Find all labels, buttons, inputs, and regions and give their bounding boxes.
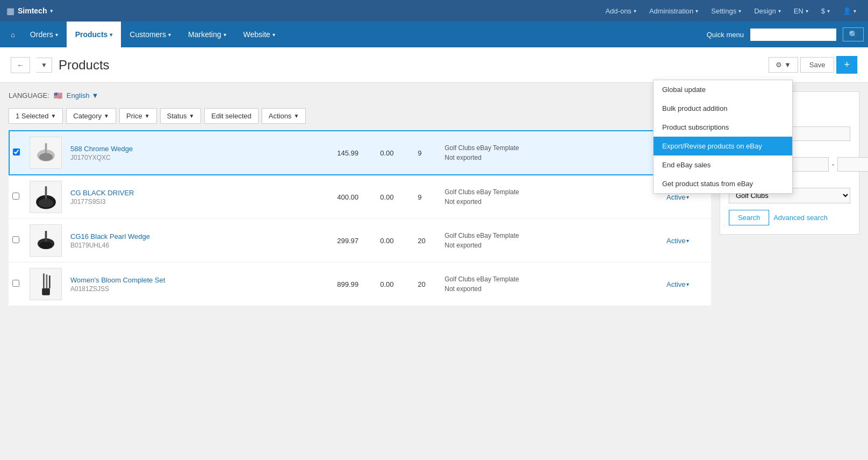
design-menu[interactable]: Design ▾	[749, 0, 786, 22]
gear-caret: ▼	[784, 61, 791, 69]
page-title: Products	[59, 58, 762, 73]
product-status[interactable]: Active ▾	[666, 237, 706, 245]
svg-rect-10	[43, 273, 45, 288]
sec-nav: ⌂ Orders ▾ Products ▾ Customers ▾ Market…	[0, 22, 868, 47]
search-buttons: Search Advanced search	[729, 210, 850, 225]
brand-caret[interactable]: ▾	[50, 8, 53, 15]
row-checkbox[interactable]	[12, 193, 19, 200]
website-nav[interactable]: Website ▾	[235, 22, 284, 47]
advanced-search-button[interactable]: Advanced search	[773, 210, 827, 225]
product-name-link[interactable]: CG BLACK DRIVER	[70, 189, 328, 197]
user-icon: 👤	[843, 7, 851, 15]
product-name-link[interactable]: Women's Bloom Complete Set	[70, 276, 328, 284]
quick-search-input[interactable]	[750, 29, 836, 41]
status-caret: ▼	[189, 113, 194, 119]
table-row: 588 Chrome Wedge J0170YXQXC 145.99 0.00 …	[9, 131, 711, 175]
price-max-input[interactable]	[837, 157, 868, 172]
product-code: J0177S9SI3	[70, 198, 328, 206]
product-image	[30, 224, 62, 257]
selected-caret: ▼	[51, 113, 56, 119]
home-icon: ⌂	[11, 31, 15, 39]
actions-caret: ▼	[293, 113, 299, 119]
history-dropdown-button[interactable]: ▼	[37, 58, 52, 73]
products-table: 588 Chrome Wedge J0170YXQXC 145.99 0.00 …	[9, 130, 711, 306]
customers-nav[interactable]: Customers ▾	[121, 22, 180, 47]
grid-icon: ▦	[6, 6, 15, 16]
product-price: 299.97	[337, 237, 358, 245]
products-nav[interactable]: Products ▾	[67, 22, 121, 47]
language-label: LANGUAGE:	[9, 91, 49, 100]
status-dropdown[interactable]: Status ▼	[160, 108, 202, 124]
product-status[interactable]: Active ▾	[666, 280, 706, 288]
product-qty: 9	[418, 193, 421, 201]
edit-selected-button[interactable]: Edit selected	[204, 108, 258, 124]
gear-button[interactable]: ⚙ ▼	[769, 57, 798, 73]
gear-menu-end-ebay[interactable]: End eBay sales	[654, 155, 792, 174]
quick-search-button[interactable]: 🔍	[843, 27, 864, 41]
product-qty: 20	[418, 237, 425, 245]
table-row: CG16 Black Pearl Wedge B0179UHL46 299.97…	[9, 219, 711, 263]
category-caret: ▼	[104, 113, 109, 119]
svg-point-5	[38, 199, 53, 208]
top-nav-items: Add-ons ▾ Administration ▾ Settings ▾ De…	[600, 0, 862, 22]
svg-rect-9	[42, 288, 50, 295]
product-template: Golf Clubs eBay TemplateNot exported	[444, 143, 658, 162]
gear-menu-get-status[interactable]: Get product status from eBay	[654, 174, 792, 193]
product-name-link[interactable]: 588 Chrome Wedge	[70, 145, 328, 153]
orders-nav[interactable]: Orders ▾	[21, 22, 67, 47]
gear-icon: ⚙	[776, 61, 782, 69]
product-code: J0170YXQXC	[70, 154, 328, 161]
currency-menu[interactable]: $ ▾	[816, 0, 835, 22]
product-list-price: 0.00	[380, 280, 393, 288]
save-button[interactable]: Save	[800, 57, 835, 73]
actions-dropdown[interactable]: Actions ▼	[262, 108, 306, 124]
top-nav: ▦ Simtech ▾ Add-ons ▾ Administration ▾ S…	[0, 0, 868, 22]
user-menu[interactable]: 👤 ▾	[837, 0, 862, 22]
language-selector[interactable]: English ▼	[67, 91, 99, 100]
selected-dropdown[interactable]: 1 Selected ▼	[9, 108, 63, 124]
quick-menu-link[interactable]: Quick menu	[707, 31, 744, 39]
sec-nav-right: Quick menu 🔍	[707, 27, 864, 41]
row-checkbox[interactable]	[12, 236, 19, 243]
category-dropdown[interactable]: Category ▼	[66, 108, 116, 124]
product-list-price: 0.00	[380, 237, 393, 245]
row-checkbox[interactable]	[12, 280, 19, 287]
home-button[interactable]: ⌂	[4, 22, 21, 47]
product-image	[30, 137, 62, 169]
gear-menu-subscriptions[interactable]: Product subscriptions	[654, 118, 792, 137]
table-row: Women's Bloom Complete Set A0181ZSJSS 89…	[9, 263, 711, 306]
brand-name[interactable]: Simtech	[18, 6, 47, 15]
gear-dropdown-menu: Global update Bulk product addition Prod…	[653, 80, 793, 194]
brand-area: ▦ Simtech ▾	[6, 6, 53, 16]
administration-menu[interactable]: Administration ▾	[644, 0, 704, 22]
svg-rect-11	[46, 274, 47, 288]
svg-rect-12	[49, 275, 51, 288]
search-button[interactable]: Search	[729, 210, 769, 225]
main-content: LANGUAGE: 🇺🇸 English ▼ 1 Selected ▼ Cate…	[9, 91, 711, 306]
price-dropdown[interactable]: Price ▼	[119, 108, 157, 124]
product-price: 899.99	[337, 280, 358, 288]
back-button[interactable]: ←	[11, 57, 30, 73]
price-separator: -	[832, 160, 834, 168]
product-status[interactable]: Active ▾	[666, 193, 706, 201]
product-name-link[interactable]: CG16 Black Pearl Wedge	[70, 232, 328, 240]
add-button[interactable]: +	[836, 56, 857, 74]
row-checkbox[interactable]	[13, 148, 20, 155]
language-menu[interactable]: EN ▾	[788, 0, 814, 22]
settings-menu[interactable]: Settings ▾	[706, 0, 747, 22]
product-qty: 9	[418, 149, 421, 157]
svg-point-2	[39, 153, 53, 161]
product-template: Golf Clubs eBay TemplateNot exported	[444, 274, 658, 294]
product-code: B0179UHL46	[70, 242, 328, 249]
addons-menu[interactable]: Add-ons ▾	[600, 0, 641, 22]
product-list-price: 0.00	[380, 149, 393, 157]
gear-menu-export-ebay[interactable]: Export/Revise products on eBay	[654, 137, 792, 155]
product-image	[30, 181, 62, 213]
gear-menu-bulk-addition[interactable]: Bulk product addition	[654, 99, 792, 118]
page-header: ← ▼ Products ⚙ ▼ Global update Bulk prod…	[0, 47, 868, 83]
gear-menu-global-update[interactable]: Global update	[654, 80, 792, 99]
flag-icon: 🇺🇸	[54, 91, 62, 100]
language-bar: LANGUAGE: 🇺🇸 English ▼	[9, 91, 711, 100]
product-list-price: 0.00	[380, 193, 393, 201]
marketing-nav[interactable]: Marketing ▾	[180, 22, 234, 47]
